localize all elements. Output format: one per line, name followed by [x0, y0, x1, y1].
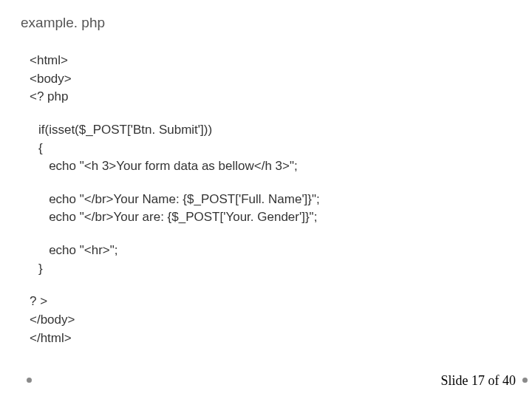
code-line: echo "<h 3>Your form data as bellow</h 3…: [38, 157, 511, 176]
code-line: </html>: [30, 330, 511, 348]
code-block-body: if(isset($_POST['Btn. Submit'])) { echo …: [38, 121, 511, 278]
spacer: [38, 227, 511, 242]
decorative-dot-icon: [27, 378, 32, 383]
spacer: [21, 278, 511, 293]
slide-container: example. php <html> <body> <? php if(iss…: [0, 0, 532, 399]
slide-title: example. php: [21, 15, 511, 31]
code-line: echo "</br>Your are: {$_POST['Your. Gend…: [38, 208, 511, 227]
code-line: echo "<hr>";: [38, 242, 511, 260]
code-block-open: <html> <body> <? php: [30, 52, 511, 106]
code-line: }: [38, 260, 511, 279]
code-line: ? >: [30, 293, 511, 311]
slide-number: Slide 17 of 40: [441, 373, 516, 389]
spacer: [38, 176, 511, 191]
code-line: echo "</br>Your Name: {$_POST['Full. Nam…: [38, 191, 511, 209]
code-line: </body>: [30, 311, 511, 330]
code-block-close: ? > </body> </html>: [30, 293, 511, 347]
spacer: [21, 106, 511, 121]
code-line: {: [38, 140, 511, 158]
decorative-dot-icon: [522, 378, 528, 383]
code-line: <? php: [30, 88, 511, 106]
code-line: <body>: [30, 70, 511, 89]
code-line: if(isset($_POST['Btn. Submit'])): [38, 121, 511, 140]
code-line: <html>: [30, 52, 511, 70]
